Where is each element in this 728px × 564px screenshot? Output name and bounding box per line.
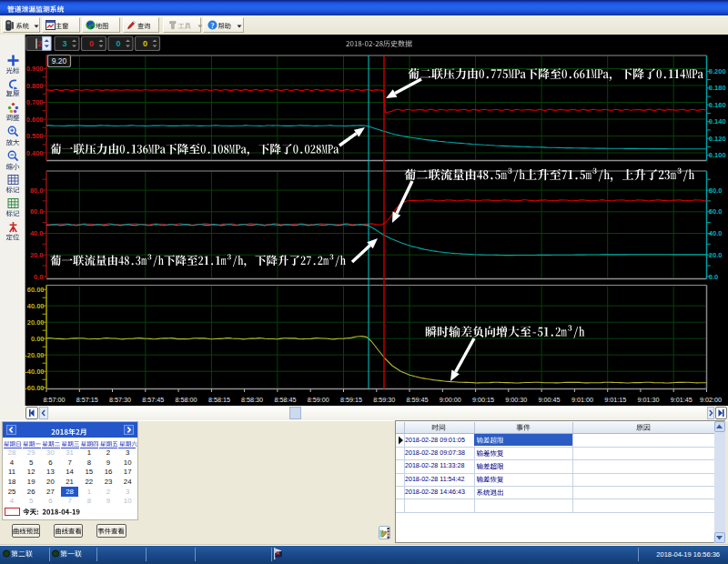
svg-text:60.00: 60.00: [27, 286, 45, 294]
svg-text:0.800: 0.800: [26, 82, 44, 90]
svg-text:8:57:30: 8:57:30: [109, 396, 131, 404]
svg-text:8:57:00: 8:57:00: [44, 396, 66, 404]
svg-text:80.0: 80.0: [30, 186, 44, 195]
svg-text:8:57:15: 8:57:15: [76, 396, 98, 404]
svg-text:9:01:45: 9:01:45: [671, 396, 693, 404]
svg-text:0.160: 0.160: [709, 101, 726, 109]
svg-text:40.00: 40.00: [27, 302, 45, 310]
svg-text:8:58:15: 8:58:15: [208, 396, 230, 404]
svg-text:?: ?: [211, 22, 215, 30]
svg-text:8:59:00: 8:59:00: [308, 396, 329, 404]
svg-text:20.00: 20.00: [27, 318, 45, 327]
svg-text:0.900: 0.900: [26, 65, 44, 73]
svg-text:-20.00: -20.00: [25, 351, 44, 359]
svg-text:9.20: 9.20: [52, 56, 67, 65]
svg-text:8:57:45: 8:57:45: [142, 396, 164, 404]
svg-text:-60.00: -60.00: [25, 384, 44, 392]
svg-text:9:00:15: 9:00:15: [472, 396, 494, 404]
svg-text:9:01:00: 9:01:00: [571, 396, 593, 404]
svg-text:0.700: 0.700: [26, 98, 44, 106]
svg-text:0: 0: [143, 39, 147, 48]
svg-text:0: 0: [89, 39, 94, 48]
svg-text:0.120: 0.120: [709, 135, 726, 143]
svg-text:0.180: 0.180: [709, 84, 726, 92]
svg-text:60.0: 60.0: [30, 207, 44, 216]
svg-text:9:00:30: 9:00:30: [505, 396, 527, 404]
svg-text:8:58:30: 8:58:30: [241, 396, 263, 404]
svg-text:-40.00: -40.00: [25, 368, 44, 376]
svg-text:0.400: 0.400: [26, 149, 44, 157]
svg-text:0: 0: [116, 39, 120, 48]
svg-text:0.200: 0.200: [709, 67, 726, 76]
svg-text:0.140: 0.140: [709, 117, 726, 126]
svg-text:9:01:15: 9:01:15: [604, 396, 626, 404]
svg-text:8:58:00: 8:58:00: [176, 396, 197, 404]
svg-text:0.500: 0.500: [26, 132, 44, 140]
svg-text:20.0: 20.0: [30, 251, 44, 259]
svg-text:8:59:15: 8:59:15: [340, 396, 362, 404]
svg-text:0.100: 0.100: [709, 151, 726, 159]
svg-text:40.0: 40.0: [30, 229, 44, 237]
svg-text:8:59:45: 8:59:45: [407, 396, 429, 404]
svg-text:3: 3: [62, 39, 66, 48]
svg-text:0.600: 0.600: [26, 116, 44, 124]
svg-text:9:02:00: 9:02:00: [700, 396, 722, 404]
svg-text:9:00:00: 9:00:00: [440, 396, 461, 404]
svg-text:9:01:30: 9:01:30: [637, 396, 659, 404]
svg-text:8:59:30: 8:59:30: [373, 396, 395, 404]
svg-text:2: 2: [37, 39, 42, 48]
svg-text:9:00:45: 9:00:45: [539, 396, 561, 404]
svg-text:0.0: 0.0: [34, 273, 43, 281]
svg-text:0.00: 0.00: [31, 335, 45, 343]
svg-text:8:58:45: 8:58:45: [274, 396, 296, 404]
